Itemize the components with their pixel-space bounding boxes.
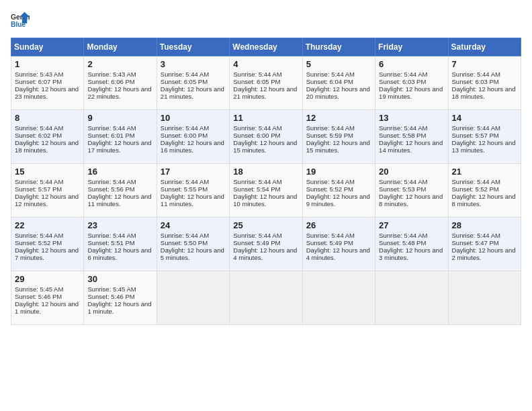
calendar-cell: 14 Sunrise: 5:44 AM Sunset: 5:57 PM Dayl… <box>448 110 521 164</box>
sunrise-label: Sunrise: 5:44 AM <box>306 178 355 185</box>
col-header-thursday: Thursday <box>302 38 375 56</box>
sunrise-label: Sunrise: 5:44 AM <box>379 178 427 185</box>
daylight-label: Daylight: 12 hours and 4 minutes. <box>233 246 297 261</box>
calendar-week-2: 15 Sunrise: 5:44 AM Sunset: 5:57 PM Dayl… <box>11 164 521 218</box>
sunset-label: Sunset: 6:05 PM <box>161 78 208 85</box>
sunrise-label: Sunrise: 5:44 AM <box>161 71 209 78</box>
daylight-label: Daylight: 12 hours and 17 minutes. <box>87 139 151 154</box>
calendar-cell <box>230 271 302 325</box>
col-header-saturday: Saturday <box>448 38 521 56</box>
daylight-label: Daylight: 12 hours and 18 minutes. <box>452 85 516 100</box>
calendar-cell: 10 Sunrise: 5:44 AM Sunset: 6:00 PM Dayl… <box>157 110 229 164</box>
daylight-label: Daylight: 12 hours and 8 minutes. <box>379 193 443 208</box>
logo-icon: General Blue <box>11 11 30 30</box>
calendar-cell: 28 Sunrise: 5:44 AM Sunset: 5:47 PM Dayl… <box>448 218 521 271</box>
sunset-label: Sunset: 5:48 PM <box>379 239 426 246</box>
daylight-label: Daylight: 12 hours and 19 minutes. <box>379 85 443 100</box>
day-number: 3 <box>161 59 226 69</box>
daylight-label: Daylight: 12 hours and 9 minutes. <box>306 193 370 208</box>
day-number: 30 <box>87 274 152 284</box>
calendar-cell: 16 Sunrise: 5:44 AM Sunset: 5:56 PM Dayl… <box>84 164 157 218</box>
sunrise-label: Sunrise: 5:44 AM <box>452 232 500 239</box>
calendar-cell: 26 Sunrise: 5:44 AM Sunset: 5:49 PM Dayl… <box>302 218 375 271</box>
calendar-cell: 6 Sunrise: 5:44 AM Sunset: 6:03 PM Dayli… <box>375 56 448 110</box>
daylight-label: Daylight: 12 hours and 8 minutes. <box>452 193 516 208</box>
daylight-label: Daylight: 12 hours and 10 minutes. <box>233 193 297 208</box>
day-number: 26 <box>306 220 371 230</box>
calendar-cell: 5 Sunrise: 5:44 AM Sunset: 6:04 PM Dayli… <box>302 56 375 110</box>
calendar-week-0: 1 Sunrise: 5:43 AM Sunset: 6:07 PM Dayli… <box>11 56 521 110</box>
calendar-cell: 11 Sunrise: 5:44 AM Sunset: 6:00 PM Dayl… <box>230 110 302 164</box>
col-header-wednesday: Wednesday <box>230 38 302 56</box>
sunset-label: Sunset: 6:00 PM <box>233 132 280 139</box>
sunset-label: Sunset: 5:49 PM <box>306 239 353 246</box>
sunset-label: Sunset: 6:07 PM <box>15 78 62 85</box>
day-number: 25 <box>233 220 298 230</box>
sunset-label: Sunset: 6:05 PM <box>233 78 280 85</box>
sunset-label: Sunset: 5:52 PM <box>306 185 353 193</box>
daylight-label: Daylight: 12 hours and 15 minutes. <box>306 139 370 154</box>
calendar-cell: 2 Sunrise: 5:43 AM Sunset: 6:06 PM Dayli… <box>84 56 157 110</box>
day-number: 14 <box>452 113 517 123</box>
logo: General Blue <box>11 11 30 30</box>
calendar-cell: 15 Sunrise: 5:44 AM Sunset: 5:57 PM Dayl… <box>11 164 84 218</box>
sunset-label: Sunset: 5:59 PM <box>306 132 353 139</box>
daylight-label: Daylight: 12 hours and 15 minutes. <box>233 139 297 154</box>
calendar-cell: 17 Sunrise: 5:44 AM Sunset: 5:55 PM Dayl… <box>157 164 229 218</box>
sunrise-label: Sunrise: 5:44 AM <box>233 124 281 132</box>
day-number: 28 <box>452 220 517 230</box>
daylight-label: Daylight: 12 hours and 21 minutes. <box>233 85 297 100</box>
sunset-label: Sunset: 6:03 PM <box>452 78 499 85</box>
sunset-label: Sunset: 5:46 PM <box>87 293 134 300</box>
sunrise-label: Sunrise: 5:44 AM <box>379 232 427 239</box>
calendar-week-1: 8 Sunrise: 5:44 AM Sunset: 6:02 PM Dayli… <box>11 110 521 164</box>
sunrise-label: Sunrise: 5:44 AM <box>87 124 136 132</box>
day-number: 21 <box>452 167 517 177</box>
daylight-label: Daylight: 12 hours and 13 minutes. <box>452 139 516 154</box>
calendar-cell: 4 Sunrise: 5:44 AM Sunset: 6:05 PM Dayli… <box>230 56 302 110</box>
day-number: 20 <box>379 167 444 177</box>
sunset-label: Sunset: 5:46 PM <box>15 293 62 300</box>
col-header-monday: Monday <box>84 38 157 56</box>
day-number: 22 <box>15 220 80 230</box>
daylight-label: Daylight: 12 hours and 14 minutes. <box>379 139 443 154</box>
sunrise-label: Sunrise: 5:45 AM <box>15 285 63 293</box>
calendar-cell: 20 Sunrise: 5:44 AM Sunset: 5:53 PM Dayl… <box>375 164 448 218</box>
sunrise-label: Sunrise: 5:44 AM <box>15 124 63 132</box>
sunset-label: Sunset: 5:52 PM <box>15 239 62 246</box>
daylight-label: Daylight: 12 hours and 1 minute. <box>15 300 79 315</box>
calendar-cell <box>302 271 375 325</box>
sunset-label: Sunset: 5:54 PM <box>233 185 280 193</box>
day-number: 11 <box>233 113 298 123</box>
sunrise-label: Sunrise: 5:44 AM <box>15 178 63 185</box>
sunrise-label: Sunrise: 5:45 AM <box>87 285 136 293</box>
daylight-label: Daylight: 12 hours and 11 minutes. <box>87 193 151 208</box>
daylight-label: Daylight: 12 hours and 4 minutes. <box>306 246 370 261</box>
sunrise-label: Sunrise: 5:44 AM <box>161 178 209 185</box>
sunrise-label: Sunrise: 5:43 AM <box>15 71 63 78</box>
calendar-cell: 25 Sunrise: 5:44 AM Sunset: 5:49 PM Dayl… <box>230 218 302 271</box>
sunset-label: Sunset: 5:58 PM <box>379 132 426 139</box>
daylight-label: Daylight: 12 hours and 21 minutes. <box>161 85 224 100</box>
sunset-label: Sunset: 6:03 PM <box>379 78 426 85</box>
sunrise-label: Sunrise: 5:44 AM <box>452 71 500 78</box>
daylight-label: Daylight: 12 hours and 2 minutes. <box>452 246 516 261</box>
daylight-label: Daylight: 12 hours and 20 minutes. <box>306 85 370 100</box>
calendar-cell: 23 Sunrise: 5:44 AM Sunset: 5:51 PM Dayl… <box>84 218 157 271</box>
day-number: 1 <box>15 59 80 69</box>
daylight-label: Daylight: 12 hours and 11 minutes. <box>161 193 224 208</box>
calendar-cell: 24 Sunrise: 5:44 AM Sunset: 5:50 PM Dayl… <box>157 218 229 271</box>
calendar-cell: 13 Sunrise: 5:44 AM Sunset: 5:58 PM Dayl… <box>375 110 448 164</box>
day-number: 8 <box>15 113 80 123</box>
daylight-label: Daylight: 12 hours and 12 minutes. <box>15 193 79 208</box>
calendar-cell: 1 Sunrise: 5:43 AM Sunset: 6:07 PM Dayli… <box>11 56 84 110</box>
sunset-label: Sunset: 5:49 PM <box>233 239 280 246</box>
day-number: 16 <box>87 167 152 177</box>
calendar-cell: 9 Sunrise: 5:44 AM Sunset: 6:01 PM Dayli… <box>84 110 157 164</box>
calendar-cell: 22 Sunrise: 5:44 AM Sunset: 5:52 PM Dayl… <box>11 218 84 271</box>
sunrise-label: Sunrise: 5:44 AM <box>161 232 209 239</box>
day-number: 29 <box>15 274 80 284</box>
sunrise-label: Sunrise: 5:44 AM <box>233 232 281 239</box>
sunset-label: Sunset: 5:56 PM <box>87 185 134 193</box>
sunset-label: Sunset: 5:57 PM <box>15 185 62 193</box>
